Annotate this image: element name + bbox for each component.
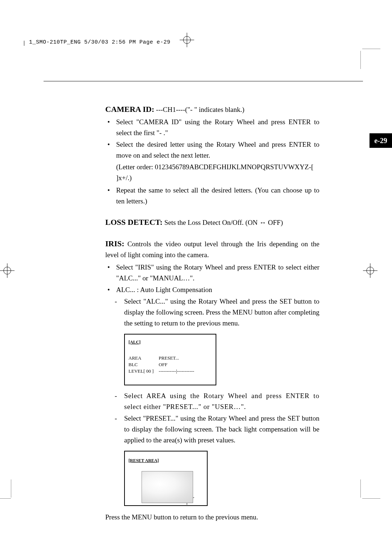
preset-area-rectangle: [142, 471, 193, 503]
crop-tick: [360, 51, 361, 69]
page-number: e-29: [374, 137, 387, 145]
loss-detect-desc: Sets the Loss Detect On/Off. (ON ↔ OFF): [163, 219, 283, 226]
preset-area-header: [RESET AREA]: [128, 455, 203, 466]
iris-desc: Controls the video output level through …: [105, 240, 319, 259]
loss-detect-title: LOSS DETECT:: [105, 218, 163, 227]
iris-title: IRIS:: [105, 239, 124, 248]
camera-id-note: (Letter order: 0123456789ABCDEFGHIJKLMNO…: [105, 162, 319, 183]
camera-id-desc: ---CH1----("- " indicates blank.): [154, 106, 244, 113]
alc-blc-label: BLC: [128, 361, 159, 368]
alc-area-label: AREA: [128, 355, 159, 361]
camera-id-b2: Select the desired letter using the Rota…: [105, 139, 319, 161]
alc-level-value: -----------|-----------: [159, 368, 199, 374]
header-separator: [24, 41, 24, 46]
iris-b2: ALC... : Auto Light Compensation: [105, 284, 319, 295]
crop-tick: [360, 479, 361, 498]
camera-id-b1: Select "CAMERA ID" using the Rotary Whee…: [105, 117, 319, 138]
iris-d1: Select "ALC..." using the Rotary Wheel a…: [105, 296, 319, 329]
crop-mark-left: [0, 263, 15, 278]
alc-screen: [ALC] AREA PRESET... BLC OFF LEVEL[ 00 ]…: [124, 334, 216, 385]
crop-mark-top: [180, 33, 194, 47]
horizontal-rule: [44, 81, 363, 81]
alc-table: AREA PRESET... BLC OFF LEVEL[ 00 ] -----…: [128, 355, 199, 374]
footer-note: Press the MENU button to return to the p…: [105, 512, 319, 523]
iris-d2: Select AREA using the Rotary Wheel and p…: [105, 390, 319, 412]
iris-d3: Select "PRESET..." using the Rotary Whee…: [105, 413, 319, 446]
alc-area-value: PRESET...: [159, 355, 199, 361]
crop-tick: [0, 498, 11, 499]
iris-b1: Select "IRIS" using the Rotary Wheel and…: [105, 262, 319, 284]
page-number-tab: e-29: [369, 133, 392, 148]
crop-mark-right: [363, 263, 377, 278]
crop-tick: [11, 479, 11, 498]
alc-blc-value: OFF: [159, 361, 199, 368]
camera-id-b3: Repeat the same to select all the desire…: [105, 185, 319, 207]
alc-header: [ALC]: [128, 339, 212, 345]
page-content: CAMERA ID: ---CH1----("- " indicates bla…: [105, 104, 319, 523]
preset-area-screen: [RESET AREA]: [124, 451, 208, 506]
crop-tick: [362, 49, 380, 49]
alc-level-label: LEVEL[ 00 ]: [128, 368, 159, 374]
camera-id-title: CAMERA ID:: [105, 105, 154, 114]
crop-tick: [362, 498, 380, 499]
print-header: 1_SMO-210TP_ENG 5/30/03 2:56 PM Page e-2…: [29, 39, 171, 45]
